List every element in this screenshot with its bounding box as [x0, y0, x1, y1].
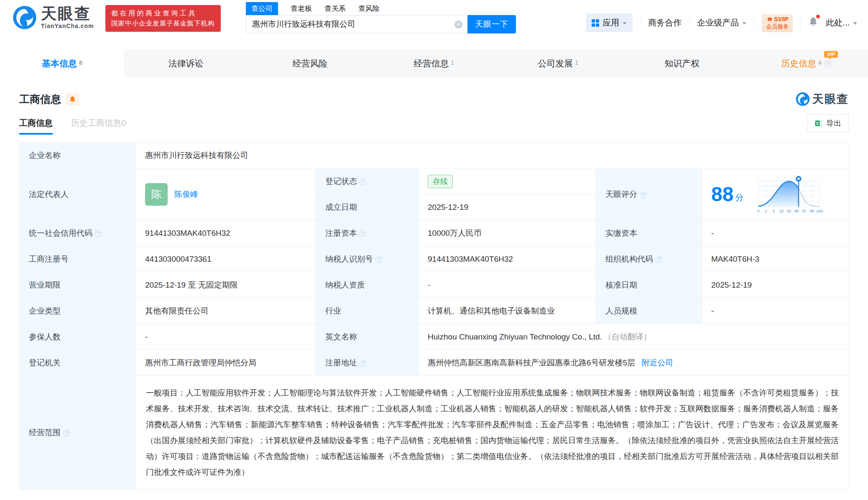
business-scope-value: 一般项目：人工智能应用软件开发；人工智能理论与算法软件开发；人工智能硬件销售；人… — [136, 376, 849, 490]
legal-rep-link[interactable]: 陈俊峰 — [174, 189, 198, 200]
search-input[interactable] — [246, 15, 467, 33]
field-value: 惠州市工商行政管理局仲恺分局 — [136, 350, 316, 376]
field-label: 行业 — [316, 298, 419, 324]
help-icon[interactable]: ? — [360, 179, 366, 185]
help-icon[interactable]: ? — [360, 230, 366, 237]
subtab-history-registration[interactable]: 历史工商信息0 — [71, 117, 126, 135]
tab-basic-info[interactable]: 基本信息 8 — [0, 49, 124, 77]
nav-enterprise[interactable]: 企业级产品 — [697, 17, 746, 28]
nav-biz-coop[interactable]: 商务合作 — [648, 17, 682, 28]
reg-status-value: 存续 — [419, 168, 596, 194]
tianyancha-logo[interactable]: 天眼查 TianYanCha.com — [13, 5, 94, 30]
field-label: 工商注册号 — [20, 246, 136, 272]
search-tabs: 查公司 查老板 查关系 查风险 — [246, 3, 516, 15]
svip-sublabel: 会员服务 — [766, 23, 789, 31]
score-value: 88 — [711, 184, 733, 204]
tab-count: 1 — [451, 59, 454, 66]
subtab-business-registration[interactable]: 工商信息 — [19, 117, 53, 135]
tab-label: 基本信息 — [42, 58, 77, 69]
field-label-text: 组织机构代码 — [605, 255, 653, 263]
table-row: 工商注册号 441303000473361 纳税人识别号? 91441303MA… — [20, 246, 849, 272]
field-label: 人员规模 — [596, 298, 702, 324]
notification-bell-icon[interactable] — [808, 16, 818, 29]
section-header: 工商信息 天眼查 — [19, 92, 849, 107]
english-name-text: Huizhou Chuanxing Zhiyuan Technology Co.… — [428, 332, 602, 341]
watermark-logo: 天眼查 — [796, 92, 849, 107]
field-value: - — [419, 272, 596, 298]
tab-business-info[interactable]: 经营信息 1 — [372, 49, 496, 77]
nearby-companies-link[interactable]: 附近公司 — [641, 358, 673, 367]
search-area: 查公司 查老板 查关系 查风险 ✕ 天眼一下 — [246, 3, 516, 33]
field-label: 法定代表人 — [20, 168, 136, 220]
tab-company-development[interactable]: 公司发展 1 — [496, 49, 620, 77]
search-button[interactable]: 天眼一下 — [467, 15, 516, 33]
tab-operating-risk[interactable]: 经营风险 — [248, 49, 372, 77]
divider — [640, 18, 641, 28]
score-distribution-chart[interactable]: 0 1 3 15 50 85 97 99 100 — [752, 174, 826, 214]
svg-text:50: 50 — [787, 208, 791, 213]
field-label: 核准日期 — [596, 272, 702, 298]
legal-rep-cell: 陈 陈俊峰 — [136, 168, 316, 220]
field-label: 天眼评分? — [596, 168, 702, 220]
help-icon[interactable]: ? — [375, 256, 382, 263]
chevron-down-icon — [623, 22, 627, 25]
table-row: 经营范围? 一般项目：人工智能应用软件开发；人工智能理论与算法软件开发；人工智能… — [20, 376, 849, 490]
table-row: 统一社会信用代码? 91441303MAK40T6H32 注册资本? 10000… — [20, 220, 849, 246]
business-info-table: 企业名称 惠州市川行致远科技有限公司 法定代表人 陈 陈俊峰 登记状态? 存续 — [19, 142, 849, 490]
vip-badge: VIP — [824, 51, 838, 58]
notification-dot — [816, 15, 820, 18]
tab-legal[interactable]: 法律诉讼 — [124, 49, 248, 77]
address-text: 惠州仲恺高新区惠南高新科技产业园惠泰北路6号研发楼5层 — [428, 358, 635, 367]
field-value: 计算机、通信和其他电子设备制造业 — [419, 298, 596, 324]
help-icon[interactable]: ? — [656, 256, 662, 263]
promo-badge: 都在用的商业查询工具 国家中小企业发展子基金旗下机构 — [105, 5, 221, 32]
english-name-value: Huizhou Chuanxing Zhiyuan Technology Co.… — [419, 324, 849, 350]
field-value: 其他有限责任公司 — [136, 298, 316, 324]
field-value: MAK40T6H-3 — [702, 246, 849, 272]
svip-badge[interactable]: SVIP 会员服务 — [762, 14, 793, 32]
svg-text:15: 15 — [779, 208, 784, 213]
help-icon[interactable]: ? — [95, 230, 102, 237]
chart-x-ticks: 0 1 3 15 50 85 97 99 100 — [758, 208, 823, 213]
field-value: 91441303MAK40T6H32 — [136, 220, 316, 246]
tab-count: 8 — [79, 59, 82, 66]
field-label-text: 统一社会信用代码 — [29, 229, 92, 237]
search-tab-risk[interactable]: 查风险 — [358, 4, 380, 15]
tab-label: 历史信息 — [781, 58, 816, 69]
avatar[interactable]: 陈 — [145, 183, 168, 206]
search-box: ✕ 天眼一下 — [246, 15, 516, 33]
field-label-text: 注册资本 — [325, 229, 357, 237]
tab-history-info[interactable]: VIP 历史信息 4 ? — [744, 49, 868, 77]
table-row: 参保人数 - 英文名称 Huizhou Chuanxing Zhiyuan Te… — [20, 324, 849, 350]
tab-intellectual-property[interactable]: 知识产权 — [620, 49, 744, 77]
help-icon[interactable]: ? — [640, 191, 646, 198]
promo-line2: 国家中小企业发展子基金旗下机构 — [111, 18, 215, 28]
field-value: 441303000473361 — [136, 246, 316, 272]
help-icon[interactable]: ? — [824, 60, 831, 67]
auto-translate-note: （自动翻译） — [604, 332, 651, 341]
field-label-text: 经营范围 — [29, 428, 61, 437]
field-label: 成立日期 — [316, 194, 419, 220]
apps-grid-icon — [592, 19, 599, 27]
field-label: 组织机构代码? — [596, 246, 702, 272]
apps-button[interactable]: 应用 — [586, 13, 633, 32]
main-tab-bar: 基本信息 8 法律诉讼 经营风险 经营信息 1 公司发展 1 知识产权 VIP … — [0, 49, 868, 77]
help-icon[interactable]: ? — [63, 430, 70, 436]
clear-icon[interactable]: ✕ — [454, 20, 462, 28]
user-menu[interactable]: 此处... — [826, 17, 857, 28]
chevron-down-icon — [853, 22, 857, 25]
search-tab-company[interactable]: 查公司 — [246, 2, 278, 15]
field-label: 英文名称 — [316, 324, 419, 350]
search-tab-relation[interactable]: 查关系 — [324, 4, 346, 15]
tab-label: 经营信息 — [414, 58, 449, 69]
promo-line1: 都在用的商业查询工具 — [111, 8, 215, 18]
status-badge: 存续 — [428, 175, 453, 188]
export-button[interactable]: 导出 — [807, 114, 849, 133]
table-row: 登记机关 惠州市工商行政管理局仲恺分局 注册地址? 惠州仲恺高新区惠南高新科技产… — [20, 350, 849, 376]
subscribe-bell-icon[interactable] — [66, 93, 79, 106]
score-cell: 88 分 — [702, 168, 849, 220]
tianyancha-logo-icon — [796, 92, 810, 106]
search-tab-boss[interactable]: 查老板 — [291, 4, 312, 15]
help-icon[interactable]: ? — [360, 360, 366, 367]
company-name-value: 惠州市川行致远科技有限公司 — [136, 143, 849, 168]
